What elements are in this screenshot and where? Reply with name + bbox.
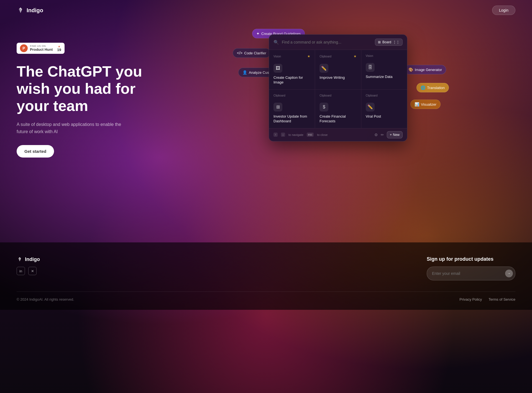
board-label: Board — [382, 40, 391, 44]
search-icon: 🔍 — [273, 40, 279, 45]
board-icon: ⊞ — [378, 40, 381, 44]
card-star-0: ★ — [307, 54, 310, 58]
card-title-5: Viral Post — [366, 114, 403, 119]
email-input[interactable] — [432, 271, 503, 276]
logo-text: Indigo — [27, 7, 43, 14]
hero-section: P FIND US ON Product Hunt ▲ 19 The ChatG… — [0, 21, 532, 187]
cp-card-1[interactable]: Clipboard ★ ✏️ Improve Writing — [315, 50, 361, 89]
settings-icon[interactable]: ⚙ — [374, 133, 378, 137]
navbar: Indigo Login — [0, 0, 532, 21]
hero-left: P FIND US ON Product Hunt ▲ 19 The ChatG… — [17, 37, 161, 158]
login-button[interactable]: Login — [492, 6, 515, 15]
board-menu-icon: ⋮⋮ — [393, 40, 400, 44]
privacy-policy-link[interactable]: Privacy Policy — [459, 297, 482, 301]
product-hunt-badge[interactable]: P FIND US ON Product Hunt ▲ 19 — [17, 43, 65, 54]
translation-label: Translation — [427, 86, 445, 90]
footer-top: Indigo in ✕ Sign up for product updates … — [17, 256, 515, 280]
card-title-2: Summarize Data — [366, 75, 403, 79]
cp-footer: ↑ ↓ to navigate esc to close ⚙ ✏ + New — [269, 128, 407, 141]
card-title-1: Improve Writing — [319, 75, 356, 80]
ph-text-block: FIND US ON Product Hunt — [30, 45, 53, 52]
board-button[interactable]: ⊞ Board ⋮⋮ — [375, 39, 403, 46]
footer-logo-icon — [17, 256, 23, 262]
create-brand-icon: ✦ — [256, 31, 260, 36]
hero-right: ✦ Create Brand Guidelines </> Code Clari… — [161, 37, 515, 141]
card-title-3: Investor Update from Dashboard — [273, 114, 310, 124]
card-star-1: ★ — [354, 54, 357, 58]
footer-right: ⚙ ✏ + New — [374, 131, 403, 138]
cp-card-2[interactable]: Vision 🗄 Summarize Data — [361, 50, 407, 89]
card-icon-3: ⊞ — [273, 103, 282, 111]
code-icon: </> — [237, 51, 242, 55]
command-palette: 🔍 ⊞ Board ⋮⋮ Vision ★ 🖼 Create Caption f… — [269, 34, 407, 141]
email-input-row: → — [427, 267, 515, 280]
card-icon-4: $ — [319, 103, 328, 111]
product-hunt-icon: P — [20, 44, 28, 52]
page-footer: Indigo in ✕ Sign up for product updates … — [0, 242, 532, 310]
card-icon-1: ✏️ — [319, 64, 328, 73]
cp-card-5[interactable]: Clipboard ✏️ Viral Post — [361, 90, 407, 128]
footer-nav: ↑ ↓ to navigate esc to close — [273, 133, 328, 137]
ph-name: Product Hunt — [30, 47, 53, 52]
search-input[interactable] — [282, 40, 372, 44]
footer-divider — [17, 291, 515, 292]
twitter-icon: ✕ — [31, 269, 34, 273]
nav-down-key: ↓ — [281, 133, 285, 137]
search-bar: 🔍 ⊞ Board ⋮⋮ — [269, 35, 407, 50]
card-title-4: Create Financial Forecasts — [319, 114, 356, 124]
footer-bottom: © 2024 IndigoAI. All rights reserved. Pr… — [17, 297, 515, 301]
close-label: to close — [317, 133, 328, 136]
card-label-4: Clipboard — [319, 94, 356, 97]
card-icon-0: 🖼 — [273, 64, 282, 73]
card-label-1: Clipboard ★ — [319, 54, 356, 58]
visualizer-icon: 📊 — [415, 102, 419, 107]
get-started-button[interactable]: Get started — [17, 145, 54, 158]
hero-subtitle: A suite of desktop and web applications … — [17, 121, 133, 135]
card-label-3: Clipboard — [273, 94, 310, 97]
card-label-0: Vision ★ — [273, 54, 310, 58]
command-palette-wrapper: ✦ Create Brand Guidelines </> Code Clari… — [269, 34, 407, 141]
image-gen-icon: 🎨 — [408, 67, 413, 72]
image-gen-label: Image Generator — [415, 68, 442, 72]
floating-chip-code-clarifier[interactable]: </> Code Clarifier — [233, 48, 270, 58]
esc-key: esc — [307, 133, 314, 137]
footer-links: Privacy Policy Terms of Service — [459, 297, 515, 301]
floating-chip-visualizer[interactable]: 📊 Visualizer — [410, 100, 441, 109]
cp-card-4[interactable]: Clipboard $ Create Financial Forecasts — [315, 90, 361, 128]
card-label-2: Vision — [366, 54, 403, 57]
twitter-button[interactable]: ✕ — [28, 267, 37, 275]
card-title-0: Create Caption for Image — [273, 75, 310, 85]
linkedin-button[interactable]: in — [17, 267, 25, 275]
translation-icon: 🌐 — [421, 85, 425, 90]
terms-of-service-link[interactable]: Terms of Service — [488, 297, 515, 301]
cards-grid: Vision ★ 🖼 Create Caption for Image Clip… — [269, 50, 407, 128]
floating-chip-image-gen[interactable]: 🎨 Image Generator — [404, 65, 446, 74]
footer-left: Indigo in ✕ — [17, 256, 40, 275]
email-submit-button[interactable]: → — [505, 270, 513, 277]
card-icon-5: ✏️ — [366, 103, 375, 111]
nav-label: to navigate — [288, 133, 303, 136]
cp-card-3[interactable]: Clipboard ⊞ Investor Update from Dashboa… — [269, 90, 315, 128]
footer-social: in ✕ — [17, 267, 40, 275]
edit-icon[interactable]: ✏ — [381, 133, 384, 137]
logo: Indigo — [17, 6, 43, 14]
footer-signup: Sign up for product updates → — [427, 256, 515, 280]
footer-logo: Indigo — [17, 256, 40, 262]
new-button[interactable]: + New — [387, 131, 403, 138]
code-clarifier-label: Code Clarifier — [244, 51, 266, 55]
linkedin-icon: in — [19, 269, 22, 273]
card-label-5: Clipboard — [366, 94, 403, 97]
plus-icon: + — [390, 133, 392, 137]
footer-logo-text: Indigo — [25, 257, 40, 262]
signup-title: Sign up for product updates — [427, 256, 515, 262]
new-label: New — [393, 133, 400, 137]
analyze-icon: 👤 — [242, 70, 247, 75]
ph-upvote: ▲ 19 — [57, 45, 61, 52]
cp-card-0[interactable]: Vision ★ 🖼 Create Caption for Image — [269, 50, 315, 89]
logo-icon — [17, 6, 24, 14]
floating-chip-translation[interactable]: 🌐 Translation — [416, 83, 449, 92]
copyright: © 2024 IndigoAI. All rights reserved. — [17, 297, 74, 301]
card-icon-2: 🗄 — [366, 63, 375, 72]
hero-title: The ChatGPT you wish you had for your te… — [17, 63, 161, 114]
ph-find-us: FIND US ON — [30, 45, 53, 47]
